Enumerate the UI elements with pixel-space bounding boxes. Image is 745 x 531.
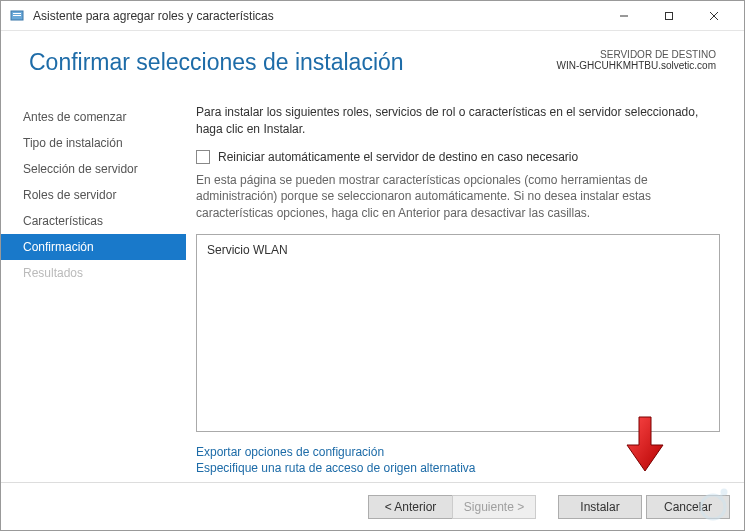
- next-button: Siguiente >: [452, 495, 536, 519]
- list-item: Servicio WLAN: [207, 243, 709, 257]
- svg-rect-2: [13, 15, 21, 16]
- wizard-footer: < Anterior Siguiente > Instalar Cancelar: [1, 482, 744, 530]
- window-title: Asistente para agregar roles y caracterí…: [33, 9, 601, 23]
- intro-text: Para instalar los siguientes roles, serv…: [196, 104, 720, 138]
- content-panel: Para instalar los siguientes roles, serv…: [186, 90, 744, 482]
- destination-server-block: SERVIDOR DE DESTINO WIN-GHCUHKMHTBU.solv…: [557, 49, 716, 71]
- restart-checkbox-label: Reiniciar automáticamente el servidor de…: [218, 150, 578, 164]
- destination-server-label: SERVIDOR DE DESTINO: [557, 49, 716, 60]
- cancel-button[interactable]: Cancelar: [646, 495, 730, 519]
- wizard-body: Antes de comenzarTipo de instalaciónSele…: [1, 90, 744, 482]
- action-links: Exportar opciones de configuración Espec…: [196, 444, 720, 476]
- nav-button-group: < Anterior Siguiente >: [368, 495, 536, 519]
- wizard-step[interactable]: Antes de comenzar: [1, 104, 186, 130]
- minimize-button[interactable]: [601, 1, 646, 31]
- restart-checkbox-row[interactable]: Reiniciar automáticamente el servidor de…: [196, 150, 720, 164]
- install-button[interactable]: Instalar: [558, 495, 642, 519]
- close-button[interactable]: [691, 1, 736, 31]
- wizard-window: Asistente para agregar roles y caracterí…: [0, 0, 745, 531]
- window-controls: [601, 1, 736, 31]
- optional-features-note: En esta página se pueden mostrar caracte…: [196, 172, 720, 222]
- alternate-source-link[interactable]: Especifique una ruta de acceso de origen…: [196, 460, 720, 476]
- wizard-step[interactable]: Confirmación: [1, 234, 186, 260]
- destination-server-name: WIN-GHCUHKMHTBU.solvetic.com: [557, 60, 716, 71]
- wizard-step[interactable]: Características: [1, 208, 186, 234]
- app-icon: [9, 8, 25, 24]
- wizard-step: Resultados: [1, 260, 186, 286]
- svg-rect-1: [13, 13, 21, 14]
- svg-rect-4: [665, 12, 672, 19]
- selected-features-list[interactable]: Servicio WLAN: [196, 234, 720, 432]
- wizard-steps: Antes de comenzarTipo de instalaciónSele…: [1, 90, 186, 482]
- page-title: Confirmar selecciones de instalación: [29, 49, 404, 76]
- titlebar: Asistente para agregar roles y caracterí…: [1, 1, 744, 31]
- export-config-link[interactable]: Exportar opciones de configuración: [196, 444, 720, 460]
- wizard-step[interactable]: Roles de servidor: [1, 182, 186, 208]
- restart-checkbox[interactable]: [196, 150, 210, 164]
- wizard-step[interactable]: Selección de servidor: [1, 156, 186, 182]
- previous-button[interactable]: < Anterior: [368, 495, 452, 519]
- wizard-header: Confirmar selecciones de instalación SER…: [1, 31, 744, 90]
- wizard-step[interactable]: Tipo de instalación: [1, 130, 186, 156]
- maximize-button[interactable]: [646, 1, 691, 31]
